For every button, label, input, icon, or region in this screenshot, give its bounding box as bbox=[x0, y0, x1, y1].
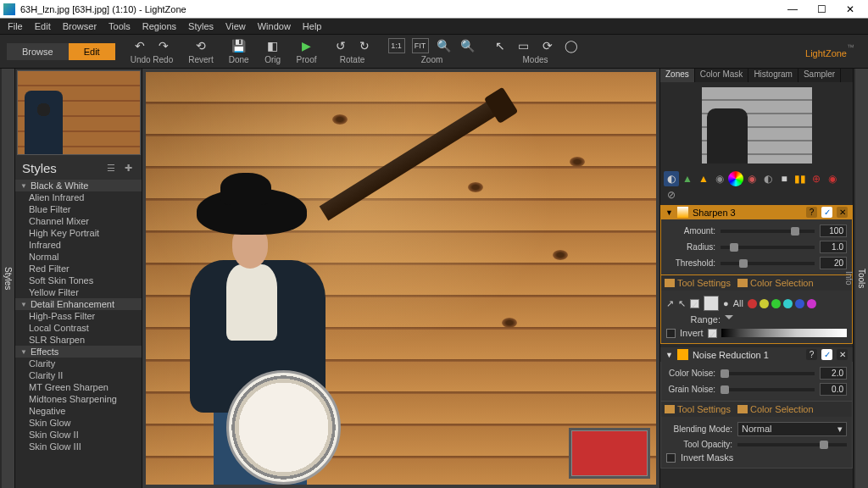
close-button[interactable]: ✕ bbox=[836, 1, 865, 18]
menu-help[interactable]: Help bbox=[297, 19, 328, 33]
yellow-dot[interactable] bbox=[760, 299, 769, 308]
rotate-right-icon[interactable]: ↻ bbox=[356, 38, 373, 53]
canvas[interactable] bbox=[142, 69, 659, 488]
style-group[interactable]: Detail Enhancement bbox=[15, 298, 142, 310]
style-item[interactable]: Normal bbox=[15, 251, 142, 263]
menu-styles[interactable]: Styles bbox=[182, 19, 220, 33]
style-group[interactable]: Black & White bbox=[15, 180, 142, 191]
spot-tool-icon[interactable]: ◉ bbox=[825, 171, 840, 186]
tool-settings-tab[interactable]: Tool Settings bbox=[665, 404, 731, 414]
region-mode-icon[interactable]: ◯ bbox=[563, 38, 580, 53]
cyan-dot[interactable] bbox=[783, 299, 793, 308]
luminosity-gradient[interactable] bbox=[721, 329, 847, 337]
rotate-mode-icon[interactable]: ⟳ bbox=[539, 38, 556, 53]
styles-list[interactable]: Black & WhiteAlien InfraredBlue FilterCh… bbox=[15, 180, 142, 488]
enable-checkbox[interactable]: ✓ bbox=[821, 349, 832, 360]
style-item[interactable]: MT Green Sharpen bbox=[15, 381, 142, 393]
param-slider[interactable] bbox=[721, 230, 815, 233]
crop-mode-icon[interactable]: ▭ bbox=[515, 38, 532, 53]
rotate-left-icon[interactable]: ↺ bbox=[332, 38, 349, 53]
style-item[interactable]: Clarity II bbox=[15, 369, 142, 381]
color-selection-tab[interactable]: Color Selection bbox=[737, 278, 814, 288]
browse-mode-button[interactable]: Browse bbox=[7, 43, 69, 60]
luminosity-checkbox[interactable]: ✓ bbox=[708, 329, 717, 338]
magenta-dot[interactable] bbox=[807, 299, 816, 308]
navigator-box[interactable] bbox=[571, 430, 648, 476]
style-item[interactable]: Clarity bbox=[15, 358, 142, 369]
style-item[interactable]: Red Filter bbox=[15, 263, 142, 274]
revert-icon[interactable]: ⟲ bbox=[192, 38, 209, 53]
menu-tools[interactable]: Tools bbox=[103, 19, 136, 33]
style-item[interactable]: Blue Filter bbox=[15, 203, 142, 215]
opacity-slider[interactable] bbox=[737, 443, 847, 446]
sharpen-tool-icon[interactable]: ▲ bbox=[696, 171, 711, 186]
style-item[interactable]: Infrared bbox=[15, 239, 142, 251]
history-side-tab[interactable]: History bbox=[0, 69, 2, 488]
tool-settings-tab[interactable]: Tool Settings bbox=[665, 278, 731, 288]
colorbal-tool-icon[interactable]: ◉ bbox=[744, 171, 760, 186]
style-group[interactable]: Effects bbox=[15, 346, 142, 358]
menu-regions[interactable]: Regions bbox=[136, 19, 182, 33]
param-slider[interactable] bbox=[721, 388, 815, 391]
collapse-icon[interactable]: ▼ bbox=[665, 208, 673, 217]
zones-tab[interactable]: Zones bbox=[660, 69, 695, 82]
help-icon[interactable]: ? bbox=[806, 349, 817, 360]
menu-view[interactable]: View bbox=[220, 19, 252, 33]
enable-checkbox[interactable]: ✓ bbox=[821, 207, 832, 218]
zoom-11-button[interactable]: 1:1 bbox=[388, 38, 405, 53]
redo-icon[interactable]: ↷ bbox=[155, 38, 172, 53]
minimize-button[interactable]: — bbox=[778, 1, 807, 18]
style-item[interactable]: Skin Glow II bbox=[15, 429, 142, 441]
eyedropper-add-icon[interactable]: ↗ bbox=[666, 298, 674, 309]
zoom-in-icon[interactable]: 🔍 bbox=[436, 38, 453, 53]
colormask-tab[interactable]: Color Mask bbox=[695, 69, 749, 82]
done-icon[interactable]: 💾 bbox=[231, 38, 248, 53]
clone-tool-icon[interactable]: ⊕ bbox=[809, 171, 824, 186]
thumbnail[interactable] bbox=[17, 70, 141, 155]
style-item[interactable]: Yellow Filter bbox=[15, 286, 142, 298]
style-item[interactable]: Soft Skin Tones bbox=[15, 274, 142, 286]
style-item[interactable]: High-Pass Filter bbox=[15, 310, 142, 322]
styles-list-icon[interactable]: ☰ bbox=[104, 162, 118, 175]
style-item[interactable]: Skin Glow III bbox=[15, 441, 142, 452]
blur-tool-icon[interactable]: ◉ bbox=[712, 171, 727, 186]
zoom-fit-button[interactable]: FIT bbox=[412, 38, 429, 53]
style-item[interactable]: Negative bbox=[15, 405, 142, 417]
relight-tool-icon[interactable]: ▲ bbox=[680, 171, 695, 186]
invert-masks-checkbox[interactable] bbox=[666, 453, 676, 463]
collapse-icon[interactable]: ▼ bbox=[665, 351, 673, 359]
style-item[interactable]: Local Contrast bbox=[15, 322, 142, 334]
color-selection-tab[interactable]: Color Selection bbox=[737, 404, 814, 414]
sharpen-tool-header[interactable]: ▼ Sharpen 3 ? ✓ ✕ bbox=[660, 205, 853, 219]
style-item[interactable]: Midtones Sharpening bbox=[15, 393, 142, 405]
param-slider[interactable] bbox=[721, 372, 815, 375]
proof-icon[interactable]: ▶ bbox=[298, 38, 315, 53]
blue-dot[interactable] bbox=[795, 299, 804, 308]
tools-side-tab[interactable]: Tools bbox=[855, 69, 868, 488]
wb-tool-icon[interactable]: ◐ bbox=[760, 171, 776, 186]
histogram-tab[interactable]: Histogram bbox=[748, 69, 798, 82]
style-item[interactable]: Skin Glow bbox=[15, 417, 142, 429]
style-item[interactable]: Channel Mixer bbox=[15, 215, 142, 227]
zonemapper-tool-icon[interactable]: ◐ bbox=[664, 171, 679, 186]
noise-tool-header[interactable]: ▼ Noise Reduction 1 ? ✓ ✕ bbox=[660, 347, 853, 362]
zoom-out-icon[interactable]: 🔍 bbox=[459, 38, 476, 53]
menu-file[interactable]: File bbox=[2, 19, 29, 33]
invert-checkbox[interactable] bbox=[666, 329, 676, 338]
style-item[interactable]: SLR Sharpen bbox=[15, 334, 142, 346]
eyedropper-remove-icon[interactable]: ↖ bbox=[678, 298, 686, 309]
edit-mode-button[interactable]: Edit bbox=[69, 43, 115, 60]
redeye-tool-icon[interactable]: ⊘ bbox=[664, 187, 679, 202]
menu-window[interactable]: Window bbox=[252, 19, 297, 33]
orig-icon[interactable]: ◧ bbox=[264, 38, 281, 53]
param-slider[interactable] bbox=[721, 262, 815, 265]
color-enable-checkbox[interactable]: ✓ bbox=[690, 299, 699, 308]
pointer-mode-icon[interactable]: ↖ bbox=[492, 38, 509, 53]
style-item[interactable]: Alien Infrared bbox=[15, 191, 142, 203]
help-icon[interactable]: ? bbox=[806, 207, 817, 218]
styles-side-tab[interactable]: Styles bbox=[2, 69, 14, 488]
bw-tool-icon[interactable]: ■ bbox=[776, 171, 792, 186]
styles-add-icon[interactable]: ✚ bbox=[121, 162, 135, 175]
noise-tool-icon[interactable]: ▮▮ bbox=[793, 171, 808, 186]
info-side-tab[interactable]: Info bbox=[843, 69, 855, 488]
